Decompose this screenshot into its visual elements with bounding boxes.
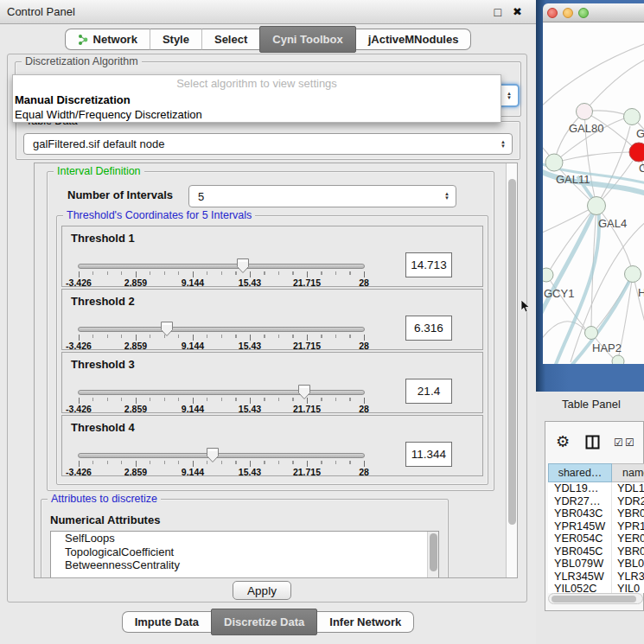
bottom-tabbar: Impute Data Discretize Data Infer Networ… [0, 608, 536, 635]
cell-name: YBL0 [612, 558, 644, 571]
network-node[interactable] [543, 268, 553, 282]
minimize-traffic-light-icon[interactable] [563, 8, 573, 18]
table-row[interactable]: YBL079WYBL0 [548, 558, 644, 571]
cell-shared-name: YDR27… [548, 495, 612, 508]
table-row[interactable]: YER054CYER0 [548, 532, 644, 545]
numerical-attributes-list[interactable]: SelfLoopsTopologicalCoefficientBetweenne… [50, 531, 439, 578]
axis-tick-label: 21.715 [277, 467, 337, 477]
threshold-slider-thumb[interactable] [237, 258, 249, 273]
network-node-label: HAP2 [592, 341, 622, 354]
axis-tick-label: 2.859 [105, 277, 166, 288]
attribute-list-item[interactable]: TopologicalCoefficient [51, 545, 438, 559]
close-traffic-light-icon[interactable] [547, 8, 558, 18]
settings-vertical-scrollbar[interactable] [506, 163, 518, 577]
axis-tick-label: -3.426 [48, 404, 109, 414]
table-row[interactable]: YPR145WYPR1 [548, 520, 644, 533]
table-row[interactable]: YBR045CYBR0 [548, 545, 644, 558]
attribute-list-item[interactable]: BetweennessCentrality [51, 558, 438, 572]
tab-network[interactable]: Network [65, 29, 150, 50]
network-window-titlebar[interactable] [543, 3, 644, 22]
threshold-value-field[interactable]: 11.344 [405, 442, 452, 467]
axis-tick-label: 28 [334, 277, 394, 288]
network-node[interactable] [588, 197, 606, 215]
zoom-traffic-light-icon[interactable] [578, 8, 589, 18]
split-columns-icon[interactable] [585, 435, 600, 450]
float-window-icon[interactable]: □ [494, 0, 501, 24]
network-node-label: GAL11 [556, 173, 590, 186]
threshold-slider-track[interactable] [78, 390, 365, 395]
threshold-label: Threshold 2 [71, 295, 135, 308]
network-node-label: GAL4 [598, 217, 627, 230]
network-node[interactable] [624, 109, 641, 125]
table-row[interactable]: YDR27…YDR2 [548, 495, 644, 508]
tab-impute-data[interactable]: Impute Data [122, 611, 211, 633]
table-data-combobox[interactable]: galFiltered.sif default node ▲▼ [23, 133, 513, 155]
apply-button[interactable]: Apply [233, 581, 291, 600]
table-row[interactable]: YLR345WYLR3 [548, 571, 644, 583]
mouse-cursor [520, 300, 531, 314]
axis-tick-label: 15.43 [220, 277, 280, 288]
axis-tick-label: 2.859 [105, 341, 166, 351]
number-of-intervals-combobox[interactable]: 5 ▲▼ [188, 185, 456, 207]
threshold-slider-thumb[interactable] [298, 385, 310, 399]
network-canvas[interactable]: GAL80GACGAL11GAL4GCY1HHAP2 [543, 22, 644, 364]
threshold-slider-track[interactable] [78, 264, 365, 269]
axis-major-ticks [79, 335, 367, 341]
axis-tick-label: 9.144 [163, 277, 223, 288]
axis-tick-label: 9.144 [163, 404, 223, 414]
network-node[interactable] [629, 143, 644, 162]
tab-select[interactable]: Select [201, 29, 259, 50]
interval-definition-fieldset: Interval Definition Number of Intervals … [47, 171, 494, 491]
tab-infer-network[interactable]: Infer Network [317, 611, 414, 633]
close-icon[interactable]: ✖ [513, 0, 522, 24]
table-horizontal-scrollbar[interactable] [548, 593, 643, 604]
algorithm-option-equal-width[interactable]: Equal Width/Frequency Discretization [13, 107, 501, 122]
algorithm-option-manual[interactable]: Manual Discretization [13, 92, 501, 107]
threshold-slider-track[interactable] [78, 327, 365, 332]
threshold-value-field[interactable]: 21.4 [405, 379, 452, 404]
cell-name: YIL0 [612, 583, 644, 593]
threshold-value-field[interactable]: 6.316 [405, 316, 452, 341]
algorithm-placeholder: Select algorithm to view settings [13, 75, 501, 92]
axis-tick-label: 2.859 [105, 467, 166, 477]
threshold-slider-thumb[interactable] [207, 448, 219, 462]
threshold-slider-thumb[interactable] [161, 322, 173, 336]
network-node[interactable] [585, 327, 598, 340]
cell-name: YDR2 [612, 495, 644, 508]
tab-cyni-toolbox-label: Cyni Toolbox [272, 26, 342, 53]
attributes-list-scrollbar[interactable] [427, 532, 438, 578]
table-row[interactable]: YDL19…YDL1 [548, 482, 644, 495]
checkbox-icon[interactable]: ☑ [625, 437, 634, 449]
network-node[interactable] [545, 154, 563, 171]
axis-tick-label: 28 [334, 341, 394, 351]
checkbox-icon[interactable]: ☑ [614, 437, 623, 449]
gear-icon[interactable]: ⚙ [556, 432, 570, 450]
threshold-slider-track[interactable] [78, 453, 365, 458]
tab-cyni-toolbox[interactable]: Cyni Toolbox [259, 26, 355, 53]
cell-name: YBR0 [612, 507, 644, 520]
algorithm-dropdown-popup: Select algorithm to view settings Manual… [12, 74, 501, 123]
column-header-name[interactable]: name [612, 463, 644, 482]
spinner-icon: ▲▼ [501, 140, 506, 149]
attribute-list-item[interactable]: SelfLoops [51, 532, 438, 545]
network-node-label: GCY1 [544, 287, 574, 300]
tab-style[interactable]: Style [150, 29, 201, 50]
network-node[interactable] [625, 266, 641, 283]
table-row[interactable]: YBR043CYBR0 [548, 507, 644, 520]
network-node[interactable] [612, 355, 624, 364]
cell-shared-name: YBR045C [548, 545, 612, 558]
threshold-value-field[interactable]: 14.713 [405, 252, 452, 277]
interval-definition-legend: Interval Definition [54, 165, 144, 177]
tab-jactivemnodules[interactable]: jActiveMNodules [356, 29, 472, 50]
network-node-label: GA [636, 127, 644, 140]
tab-discretize-data[interactable]: Discretize Data [211, 609, 317, 635]
column-header-shared-name[interactable]: shared… [548, 463, 612, 482]
threshold-label: Threshold 3 [71, 358, 135, 371]
network-node[interactable] [577, 104, 593, 120]
attributes-legend: Attributes to discretize [48, 493, 161, 505]
thresholds-fieldset: Threshold's Coordinates for 5 Intervals … [56, 215, 488, 485]
cyni-toolbox-panel: Discretization Algorithm ▲▼ Select algor… [7, 54, 527, 603]
table-row[interactable]: YIL052CYIL0 [548, 583, 644, 593]
cell-shared-name: YBR043C [548, 507, 612, 520]
threshold-panel: Threshold 4 -3.4262.8599.14415.4321.7152… [61, 415, 483, 476]
